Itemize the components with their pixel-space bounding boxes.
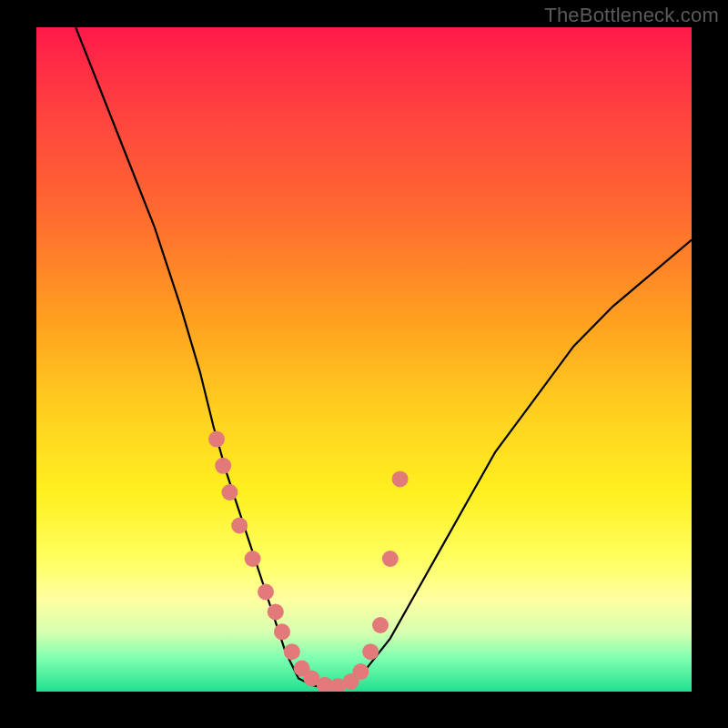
marker-dot — [382, 551, 399, 567]
marker-dot — [268, 603, 284, 620]
marker-dot — [258, 584, 274, 601]
marker-dot — [362, 643, 379, 660]
marker-dot — [284, 643, 300, 660]
marker-dot — [221, 484, 238, 500]
marker-dot — [231, 518, 248, 534]
curve-svg — [36, 27, 692, 692]
marker-dot — [245, 551, 261, 567]
bottleneck-curve-path — [76, 27, 692, 688]
marker-dot — [372, 617, 389, 633]
marker-dot — [352, 663, 369, 680]
marker-dot — [274, 623, 290, 640]
marker-dot — [208, 431, 225, 448]
chart-frame: TheBottleneck.com — [0, 0, 728, 728]
attribution-text: TheBottleneck.com — [544, 4, 719, 27]
marker-dot — [215, 458, 231, 474]
marker-dot — [392, 470, 409, 487]
plot-area — [36, 27, 692, 692]
marker-group — [208, 431, 409, 692]
